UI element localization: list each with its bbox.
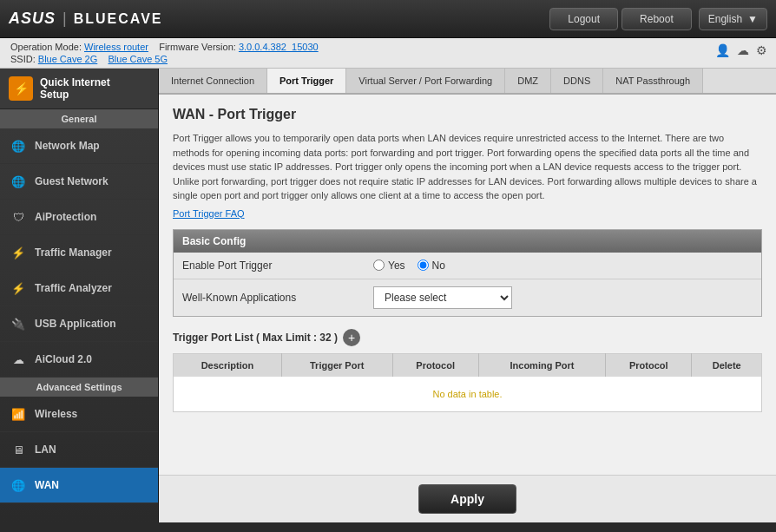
network-map-icon: 🌐 (9, 136, 28, 155)
col-incoming-port: Incoming Port (478, 353, 605, 377)
enable-no-radio[interactable]: No (418, 259, 445, 272)
sidebar-item-wan[interactable]: 🌐 WAN (0, 468, 158, 503)
radio-yes[interactable] (373, 259, 385, 271)
aiprotection-icon: 🛡 (9, 207, 28, 227)
network-map-label: Network Map (35, 140, 100, 152)
well-known-apps-row: Well-Known Applications Please select (174, 279, 761, 316)
well-known-apps-select[interactable]: Please select (373, 286, 512, 309)
add-trigger-button[interactable]: + (343, 329, 360, 346)
tabs-bar: Internet Connection Port Trigger Virtual… (159, 69, 776, 95)
col-protocol-trigger: Protocol (392, 353, 478, 377)
logout-button[interactable]: Logout (549, 8, 618, 30)
trigger-list-header: Trigger Port List ( Max Limit : 32 ) + (173, 329, 762, 346)
tab-nat-passthrough[interactable]: NAT Passthrough (603, 69, 703, 93)
advanced-section-title: Advanced Settings (0, 378, 158, 397)
no-label: No (432, 259, 445, 272)
guest-network-icon: 🌐 (9, 172, 28, 191)
firmware-link[interactable]: 3.0.0.4.382_15030 (239, 42, 319, 52)
tab-virtual-server[interactable]: Virtual Server / Port Forwarding (346, 69, 505, 93)
aiprotection-label: AiProtection (35, 211, 96, 223)
col-protocol-incoming: Protocol (606, 353, 692, 377)
model-name: BLUECAVE (74, 11, 163, 27)
aicloud-icon: ☁ (9, 350, 28, 369)
enable-port-trigger-label: Enable Port Trigger (182, 259, 373, 272)
quick-setup-icon: ⚡ (9, 76, 33, 101)
lan-icon: 🖥 (9, 440, 28, 459)
sidebar-item-aiprotection[interactable]: 🛡 AiProtection (0, 200, 158, 235)
operation-mode-label: Operation Mode: (10, 42, 82, 52)
traffic-analyzer-label: Traffic Analyzer (35, 282, 112, 294)
quick-setup-label: Quick InternetSetup (40, 76, 110, 101)
asus-logo: ASUS (9, 10, 56, 28)
wan-label: WAN (35, 479, 59, 491)
aicloud-label: AiCloud 2.0 (35, 353, 92, 365)
guest-network-label: Guest Network (35, 175, 109, 187)
faq-link[interactable]: Port Trigger FAQ (173, 208, 762, 219)
reboot-button[interactable]: Reboot (621, 8, 692, 30)
sidebar: ⚡ Quick InternetSetup General 🌐 Network … (0, 69, 159, 522)
sidebar-item-wireless[interactable]: 📶 Wireless (0, 397, 158, 432)
enable-yes-radio[interactable]: Yes (373, 259, 405, 272)
col-description: Description (174, 353, 282, 377)
ssid-2g-link[interactable]: Blue Cave 2G (38, 54, 97, 64)
quick-internet-setup[interactable]: ⚡ Quick InternetSetup (0, 69, 158, 109)
sidebar-item-traffic-analyzer[interactable]: ⚡ Traffic Analyzer (0, 271, 158, 306)
radio-no[interactable] (418, 259, 429, 271)
enable-port-trigger-row: Enable Port Trigger Yes No (174, 253, 761, 279)
tab-dmz[interactable]: DMZ (505, 69, 551, 93)
sidebar-item-lan[interactable]: 🖥 LAN (0, 432, 158, 468)
page-content: WAN - Port Trigger Port Trigger allows y… (159, 95, 776, 475)
basic-config-section: Basic Config Enable Port Trigger Yes No (173, 229, 762, 317)
usb-application-label: USB Application (35, 318, 116, 330)
lan-label: LAN (35, 443, 56, 456)
sidebar-item-traffic-manager[interactable]: ⚡ Traffic Manager (0, 235, 158, 271)
tab-ddns[interactable]: DDNS (551, 69, 603, 93)
operation-mode-link[interactable]: Wireless router (84, 42, 148, 52)
ssid-label: SSID: (10, 54, 36, 64)
traffic-manager-label: Traffic Manager (35, 246, 112, 259)
traffic-analyzer-icon: ⚡ (9, 279, 28, 298)
language-label: English (708, 13, 742, 25)
trigger-list-label: Trigger Port List ( Max Limit : 32 ) (173, 332, 338, 344)
well-known-apps-label: Well-Known Applications (182, 292, 373, 304)
sidebar-item-guest-network[interactable]: 🌐 Guest Network (0, 164, 158, 200)
general-section-title: General (0, 109, 158, 128)
usb-icon: 🔌 (9, 314, 28, 333)
col-trigger-port: Trigger Port (281, 353, 392, 377)
tab-port-trigger[interactable]: Port Trigger (267, 69, 346, 93)
sidebar-item-usb-application[interactable]: 🔌 USB Application (0, 306, 158, 342)
col-delete: Delete (692, 353, 762, 377)
sidebar-item-aicloud[interactable]: ☁ AiCloud 2.0 (0, 342, 158, 378)
traffic-manager-icon: ⚡ (9, 243, 28, 262)
page-title: WAN - Port Trigger (173, 107, 762, 122)
logo-separator: | (62, 10, 67, 28)
chevron-down-icon: ▼ (747, 13, 758, 25)
infobar: Operation Mode: Wireless router Firmware… (0, 38, 776, 69)
description-text: Port Trigger allows you to temporarily o… (173, 131, 762, 203)
no-data-cell: No data in table. (174, 377, 762, 412)
apply-button[interactable]: Apply (418, 484, 516, 514)
yes-label: Yes (388, 259, 405, 272)
cloud-icon[interactable]: ☁ (737, 43, 749, 57)
content-area: Internet Connection Port Trigger Virtual… (159, 69, 776, 522)
wireless-icon: 📶 (9, 404, 28, 424)
basic-config-header: Basic Config (174, 230, 761, 253)
user-icon[interactable]: 👤 (715, 43, 730, 57)
sidebar-item-network-map[interactable]: 🌐 Network Map (0, 128, 158, 164)
wan-icon: 🌐 (9, 476, 28, 495)
settings-icon[interactable]: ⚙ (756, 43, 767, 57)
tab-internet-connection[interactable]: Internet Connection (159, 69, 267, 93)
ssid-5g-link[interactable]: Blue Cave 5G (109, 54, 168, 64)
trigger-port-table: Description Trigger Port Protocol Incomi… (173, 353, 762, 412)
language-selector[interactable]: English ▼ (699, 8, 767, 30)
wireless-label: Wireless (35, 408, 77, 420)
table-row: No data in table. (174, 377, 762, 412)
apply-bar: Apply (159, 475, 776, 522)
firmware-label: Firmware Version: (159, 42, 236, 52)
